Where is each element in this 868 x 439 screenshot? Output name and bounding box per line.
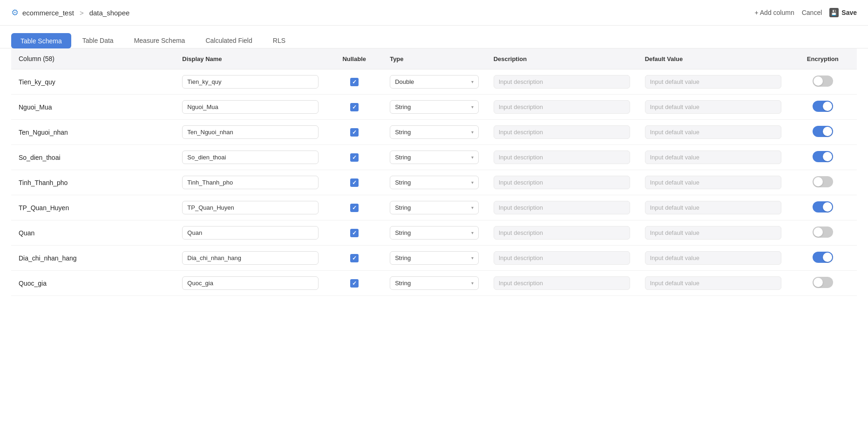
table-row: QuanString▾ xyxy=(11,220,857,246)
tab-rls[interactable]: RLS xyxy=(264,33,295,48)
nullable-checkbox[interactable] xyxy=(350,128,359,137)
display-name-input[interactable] xyxy=(182,100,319,114)
description-input[interactable] xyxy=(494,125,630,139)
nullable-checkbox[interactable] xyxy=(350,279,359,288)
encryption-toggle[interactable] xyxy=(813,151,833,162)
tab-table-data[interactable]: Table Data xyxy=(73,33,123,48)
nullable-header: Nullable xyxy=(326,48,382,69)
display-name-input[interactable] xyxy=(182,151,319,164)
display-name-cell xyxy=(175,95,326,120)
display-name-input[interactable] xyxy=(182,125,319,139)
encryption-toggle[interactable] xyxy=(813,201,833,213)
tab-measure-schema[interactable]: Measure Schema xyxy=(125,33,195,48)
description-cell xyxy=(486,145,637,170)
nullable-cell xyxy=(326,170,382,195)
type-dropdown[interactable]: String▾ xyxy=(390,251,479,265)
type-dropdown[interactable]: String▾ xyxy=(390,226,479,240)
display-name-input[interactable] xyxy=(182,226,319,240)
default-value-input[interactable] xyxy=(645,125,781,139)
encryption-toggle[interactable] xyxy=(813,252,833,263)
description-cell xyxy=(486,220,637,246)
description-input[interactable] xyxy=(494,100,630,114)
default-value-input[interactable] xyxy=(645,151,781,164)
description-input[interactable] xyxy=(494,176,630,189)
default-value-input[interactable] xyxy=(645,75,781,89)
description-input[interactable] xyxy=(494,201,630,214)
default-value-cell xyxy=(637,271,789,296)
type-dropdown[interactable]: Double▾ xyxy=(390,75,479,89)
nullable-checkbox[interactable] xyxy=(350,103,359,111)
encryption-toggle[interactable] xyxy=(813,101,833,112)
default-value-cell xyxy=(637,145,789,170)
nullable-cell xyxy=(326,95,382,120)
default-value-cell xyxy=(637,246,789,271)
type-dropdown[interactable]: String▾ xyxy=(390,201,479,214)
display-name-input[interactable] xyxy=(182,75,319,89)
default-value-input[interactable] xyxy=(645,276,781,290)
default-value-input[interactable] xyxy=(645,176,781,189)
database-icon: ⚙ xyxy=(11,7,19,18)
type-dropdown[interactable]: String▾ xyxy=(390,176,479,189)
default-value-header: Default Value xyxy=(637,48,789,69)
tab-calculated-field[interactable]: Calculated Field xyxy=(196,33,261,48)
display-name-input[interactable] xyxy=(182,251,319,265)
display-name-input[interactable] xyxy=(182,176,319,189)
display-name-input[interactable] xyxy=(182,276,319,290)
nullable-checkbox[interactable] xyxy=(350,204,359,212)
description-input[interactable] xyxy=(494,276,630,290)
description-input[interactable] xyxy=(494,226,630,240)
nullable-checkbox[interactable] xyxy=(350,254,359,262)
display-name-cell xyxy=(175,271,326,296)
encryption-toggle[interactable] xyxy=(813,75,833,87)
schema-table-container: Column (58) Display Name Nullable Type D… xyxy=(0,48,868,296)
table-name: data_shopee xyxy=(89,9,130,17)
add-column-button[interactable]: + Add column xyxy=(754,9,794,16)
default-value-input[interactable] xyxy=(645,226,781,240)
nullable-checkbox[interactable] xyxy=(350,229,359,237)
column-name-cell: Ten_Nguoi_nhan xyxy=(11,120,175,145)
encryption-toggle[interactable] xyxy=(813,226,833,238)
default-value-input[interactable] xyxy=(645,251,781,265)
description-input[interactable] xyxy=(494,151,630,164)
column-name-cell: Tinh_Thanh_pho xyxy=(11,170,175,195)
tab-table-schema[interactable]: Table Schema xyxy=(11,33,71,48)
encryption-toggle[interactable] xyxy=(813,126,833,137)
description-input[interactable] xyxy=(494,75,630,89)
table-row: TP_Quan_HuyenString▾ xyxy=(11,195,857,220)
encryption-toggle[interactable] xyxy=(813,277,833,288)
chevron-down-icon: ▾ xyxy=(471,130,474,135)
table-row: Tinh_Thanh_phoString▾ xyxy=(11,170,857,195)
type-dropdown[interactable]: String▾ xyxy=(390,125,479,139)
encryption-toggle[interactable] xyxy=(813,176,833,187)
encryption-cell xyxy=(789,246,857,271)
nullable-checkbox[interactable] xyxy=(350,78,359,86)
type-cell: String▾ xyxy=(382,95,486,120)
type-dropdown[interactable]: String▾ xyxy=(390,151,479,164)
table-row: Dia_chi_nhan_hangString▾ xyxy=(11,246,857,271)
encryption-cell xyxy=(789,69,857,95)
description-input[interactable] xyxy=(494,251,630,265)
table-row: Tien_ky_quyDouble▾ xyxy=(11,69,857,95)
add-column-label: + Add column xyxy=(754,9,794,16)
column-name-cell: Quoc_gia xyxy=(11,271,175,296)
default-value-cell xyxy=(637,220,789,246)
type-dropdown[interactable]: String▾ xyxy=(390,276,479,290)
type-dropdown[interactable]: String▾ xyxy=(390,100,479,114)
nullable-checkbox[interactable] xyxy=(350,178,359,187)
type-cell: String▾ xyxy=(382,195,486,220)
nullable-checkbox[interactable] xyxy=(350,153,359,162)
default-value-input[interactable] xyxy=(645,100,781,114)
column-name-cell: TP_Quan_Huyen xyxy=(11,195,175,220)
type-cell: String▾ xyxy=(382,271,486,296)
db-name: ecommerce_test xyxy=(22,9,74,17)
display-name-cell xyxy=(175,170,326,195)
save-button[interactable]: 💾 Save xyxy=(829,8,857,17)
column-name-cell: So_dien_thoai xyxy=(11,145,175,170)
display-name-cell xyxy=(175,120,326,145)
display-name-cell xyxy=(175,195,326,220)
display-name-input[interactable] xyxy=(182,201,319,214)
default-value-input[interactable] xyxy=(645,201,781,214)
description-header: Description xyxy=(486,48,637,69)
cancel-button[interactable]: Cancel xyxy=(802,9,822,16)
description-cell xyxy=(486,195,637,220)
